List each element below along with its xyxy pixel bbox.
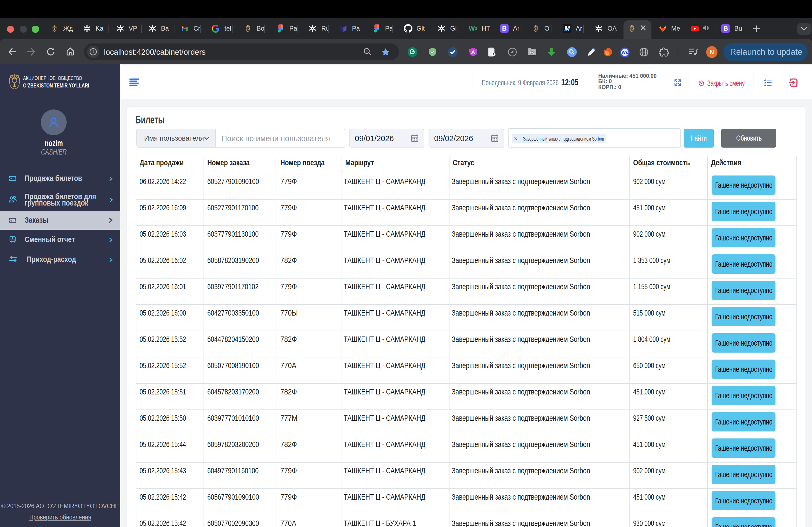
svg-text:Ws: Ws — [621, 50, 628, 55]
